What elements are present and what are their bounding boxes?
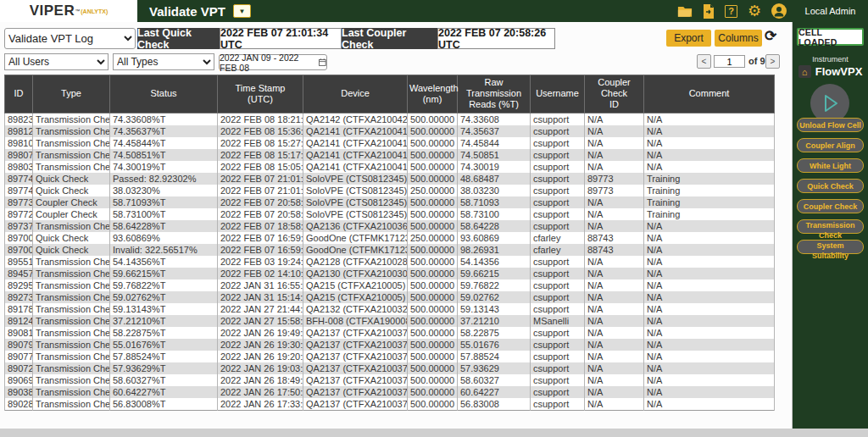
calendar-icon — [319, 58, 326, 67]
table-cell: 500.00000 — [408, 208, 458, 220]
table-cell: 2022 JAN 26 19:49:58 — [218, 327, 303, 339]
table-row[interactable]: 89551Transmission Check54.14356%T2022 FE… — [5, 256, 775, 268]
table-cell: 89457 — [5, 268, 33, 279]
table-row[interactable]: 89700Quick Check93.60869%2022 FEB 07 16:… — [5, 232, 775, 244]
table-row[interactable]: 89812Transmission Check74.35637%T2022 FE… — [5, 125, 775, 137]
home-icon: ⌂ — [798, 65, 811, 78]
table-row[interactable]: 89069Transmission Check58.60327%T2022 JA… — [5, 374, 775, 386]
table-row[interactable]: 89700Quick CheckInvalid: 322.56517%2022 … — [5, 244, 775, 256]
table-cell: 2022 FEB 07 16:59:33 — [218, 244, 303, 256]
table-cell: N/A — [644, 303, 775, 315]
columns-button[interactable]: Columns — [715, 30, 762, 47]
table-cell: 58.64228 — [458, 220, 531, 232]
types-filter-select[interactable]: All Types — [113, 53, 214, 70]
users-filter-select[interactable]: All Users — [4, 53, 108, 70]
table-cell: csupport — [531, 137, 585, 149]
table-cell: csupport — [531, 386, 585, 398]
table-cell: csupport — [531, 327, 585, 339]
table-row[interactable]: 89178Transmission Check59.13143%T2022 JA… — [5, 303, 775, 315]
table-cell: 89773 — [585, 185, 644, 196]
sidebar-button-white-light[interactable]: White Light — [797, 158, 864, 173]
table-cell: 2022 JAN 31 16:55:36 — [218, 279, 303, 291]
table-cell: Training — [644, 185, 775, 196]
table-cell: QA2136 (CTFXA210036) — [303, 220, 408, 232]
table-cell: 500.00000 — [408, 362, 458, 374]
table-row[interactable]: 89773Coupler Check58.71093%T2022 FEB 07 … — [5, 196, 775, 208]
table-cell: 2022 FEB 07 21:01:34 — [218, 185, 303, 196]
table-cell: 2022 FEB 08 15:27:45 — [218, 137, 303, 149]
sidebar-button-coupler-align[interactable]: Coupler Align — [797, 138, 864, 152]
table-row[interactable]: 89457Transmission Check59.66215%T2022 FE… — [5, 268, 775, 279]
table-row[interactable]: 89124Transmission Check37.21210%T2022 JA… — [5, 315, 775, 327]
date-range-picker[interactable]: 2022 JAN 09 - 2022 FEB 08 — [219, 54, 327, 70]
table-cell: N/A — [585, 279, 644, 291]
table-cell: 500.00000 — [408, 137, 458, 149]
table-cell: 74.33608 — [458, 113, 531, 125]
table-cell: 93.60869 — [458, 232, 531, 244]
table-cell: 2022 FEB 07 21:01:34 — [218, 173, 303, 185]
table-row[interactable]: 89803Transmission Check74.30019%T2022 FE… — [5, 161, 775, 173]
table-cell: QA2142 (CTFXA210042) — [303, 113, 408, 125]
last-quick-check-label: Last Quick Check — [137, 28, 220, 49]
table-cell: N/A — [585, 327, 644, 339]
table-cell: 59.66215%T — [110, 268, 218, 279]
sidebar-button-transmission-check[interactable]: Transmission Check — [797, 219, 864, 234]
app-title-dropdown[interactable]: ▼ — [233, 4, 251, 18]
table-cell: Transmission Check — [33, 339, 110, 351]
column-header: Wavelength (nm) — [408, 75, 458, 113]
table-cell: N/A — [644, 268, 775, 279]
table-row[interactable]: 89737Transmission Check58.64228%T2022 FE… — [5, 220, 775, 232]
table-row[interactable]: 89774Quick CheckPassed: 82.92302%2022 FE… — [5, 173, 775, 185]
export-report-button[interactable] — [703, 4, 715, 19]
table-cell: N/A — [585, 256, 644, 268]
table-cell: N/A — [644, 220, 775, 232]
table-row[interactable]: 89079Transmission Check55.01676%T2022 JA… — [5, 339, 775, 351]
table-cell: N/A — [585, 362, 644, 374]
next-page-button[interactable]: > — [765, 54, 780, 69]
log-type-select[interactable]: Validate VPT Log — [4, 28, 136, 49]
table-row[interactable]: 89823Transmission Check74.33608%T2022 FE… — [5, 113, 775, 125]
table-row[interactable]: 89295Transmission Check59.76822%T2022 JA… — [5, 279, 775, 291]
table-row[interactable]: 89774Quick Check38.03230%2022 FEB 07 21:… — [5, 185, 775, 196]
open-folder-button[interactable] — [677, 5, 693, 18]
page-number-input[interactable] — [714, 55, 745, 68]
prev-page-button[interactable]: < — [697, 54, 711, 69]
table-row[interactable]: 89807Transmission Check74.50851%T2022 FE… — [5, 149, 775, 161]
table-row[interactable]: 89810Transmission Check74.45844%T2022 FE… — [5, 137, 775, 149]
table-head: IDTypeStatusTime Stamp (UTC)DeviceWavele… — [5, 75, 775, 113]
table-cell: N/A — [585, 196, 644, 208]
table-cell: 2022 JAN 27 15:58:14 — [218, 315, 303, 327]
sidebar-button-coupler-check[interactable]: Coupler Check — [797, 199, 864, 213]
refresh-icon[interactable]: ⟳ — [765, 27, 776, 45]
table-cell: QA2137 (CTFXA210037) — [303, 386, 408, 398]
table-row[interactable]: 89038Transmission Check60.64227%T2022 JA… — [5, 386, 775, 398]
table-cell: csupport — [531, 291, 585, 303]
table-row[interactable]: 89772Coupler Check58.73100%T2022 FEB 07 … — [5, 208, 775, 220]
sidebar-button-quick-check[interactable]: Quick Check — [797, 179, 864, 193]
settings-button[interactable]: ⚙ — [748, 3, 761, 19]
table-cell: 74.50851%T — [110, 149, 218, 161]
sidebar-button-unload-flow-cell[interactable]: Unload Flow Cell — [797, 118, 864, 132]
help-button[interactable]: ? — [725, 5, 737, 18]
sidebar-button-system-suitability[interactable]: System Suitability — [797, 240, 864, 254]
bottom-scroll-strip[interactable] — [0, 429, 868, 437]
table-row[interactable]: 89072Transmission Check57.93629%T2022 JA… — [5, 362, 775, 374]
account-button[interactable] — [771, 3, 787, 19]
table-row[interactable]: 89077Transmission Check57.88524%T2022 JA… — [5, 351, 775, 362]
table-cell: N/A — [585, 315, 644, 327]
table-cell: 74.45844%T — [110, 137, 218, 149]
table-cell: QA2137 (CTFXA210037) — [303, 327, 408, 339]
table-cell: 55.01676 — [458, 339, 531, 351]
table-cell: N/A — [644, 149, 775, 161]
column-header: Type — [33, 75, 110, 113]
table-cell: 2022 JAN 31 15:14:37 — [218, 291, 303, 303]
top-icon-strip: ? ⚙ — [677, 0, 787, 22]
table-row[interactable]: 89081Transmission Check58.22875%T2022 JA… — [5, 327, 775, 339]
export-button[interactable]: Export — [666, 30, 711, 47]
table-cell: N/A — [644, 386, 775, 398]
table-cell: csupport — [531, 113, 585, 125]
table-row[interactable]: 89273Transmission Check59.02762%T2022 JA… — [5, 291, 775, 303]
table-cell: csupport — [531, 220, 585, 232]
table-row[interactable]: 89028Transmission Check56.83008%T2022 JA… — [5, 398, 775, 411]
table-cell: N/A — [644, 362, 775, 374]
